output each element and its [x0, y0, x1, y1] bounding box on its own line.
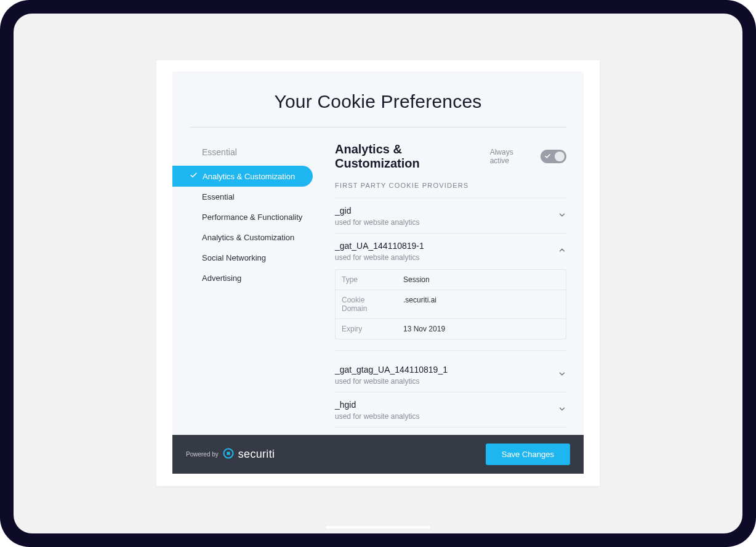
brand-logo-icon — [222, 447, 235, 462]
check-icon — [544, 151, 551, 162]
sidebar-item-performance-functionality[interactable]: Performance & Functionality — [172, 207, 319, 227]
divider — [335, 350, 566, 351]
toggle-knob — [555, 152, 565, 161]
cookie-toggle-row[interactable]: _hgid used for website analytics — [335, 400, 566, 421]
detail-key: Cookie Domain — [336, 290, 397, 318]
section-label: FIRST PARTY COOKIE PROVIDERS — [335, 182, 566, 198]
cookie-toggle-row[interactable]: _gat_UA_144110819-1 used for website ana… — [335, 241, 566, 262]
sidebar-heading: Essential — [172, 142, 319, 166]
detail-value: Session — [397, 270, 566, 290]
cookie-item: _hgid used for website analytics — [335, 392, 566, 427]
page-title: Your Cookie Preferences — [172, 71, 584, 127]
always-active-wrap: Always active — [490, 148, 566, 165]
brand: securiti — [222, 447, 275, 462]
chevron-down-icon — [558, 405, 566, 416]
chevron-down-icon — [558, 370, 566, 381]
cookie-description: used for website analytics — [335, 410, 419, 421]
sidebar-item-label: Essential — [202, 192, 235, 201]
detail-row: Cookie Domain .securiti.ai — [336, 290, 566, 319]
tablet-frame: Your Cookie Preferences Essential Analyt… — [0, 0, 756, 547]
cookie-detail-table: Type Session Cookie Domain .securiti.ai … — [335, 269, 566, 339]
detail-value: .securiti.ai — [397, 290, 566, 318]
cookie-item: _gid used for website analytics — [335, 198, 566, 233]
sidebar-item-social-networking[interactable]: Social Networking — [172, 248, 319, 268]
sidebar-item-advertising[interactable]: Advertising — [172, 268, 319, 288]
sidebar-item-analytics-customization-2[interactable]: Analytics & Customization — [172, 227, 319, 248]
sidebar-item-label: Analytics & Customization — [202, 233, 294, 242]
detail-value: 13 Nov 2019 — [397, 319, 566, 339]
chevron-down-icon — [558, 211, 566, 222]
cookie-description: used for website analytics — [335, 375, 448, 386]
cookie-toggle-row[interactable]: _gat_gtag_UA_144110819_1 used for websit… — [335, 365, 566, 386]
cookie-description: used for website analytics — [335, 251, 424, 262]
tablet-screen: Your Cookie Preferences Essential Analyt… — [14, 14, 742, 533]
cookie-name: _gat_gtag_UA_144110819_1 — [335, 365, 448, 375]
detail-key: Type — [336, 270, 397, 290]
cookie-item: _gat_UA_144110819-1 used for website ana… — [335, 233, 566, 357]
panel-footer: Powered by securiti Save Changes — [172, 435, 584, 474]
check-icon — [190, 171, 198, 181]
cookie-item: _gat_gtag_UA_144110819_1 used for websit… — [335, 357, 566, 392]
cookie-name: _gat_UA_144110819-1 — [335, 241, 424, 251]
sidebar-item-label: Performance & Functionality — [202, 213, 302, 222]
sidebar-item-label: Analytics & Customization — [203, 172, 295, 181]
detail-row: Expiry 13 Nov 2019 — [336, 319, 566, 339]
powered-by-label: Powered by — [186, 451, 219, 458]
svg-rect-1 — [227, 452, 230, 455]
panel-body: Essential Analytics & Customization Esse… — [172, 128, 584, 427]
divider — [335, 427, 566, 427]
detail-row: Type Session — [336, 270, 566, 290]
detail-key: Expiry — [336, 319, 397, 339]
save-changes-button[interactable]: Save Changes — [486, 444, 570, 465]
brand-name: securiti — [238, 448, 275, 461]
sidebar-item-essential[interactable]: Essential — [172, 187, 319, 207]
sidebar-item-label: Advertising — [202, 274, 241, 283]
content-title: Analytics & Customization — [335, 142, 490, 171]
spacer — [156, 474, 600, 486]
content-header: Analytics & Customization Always active — [335, 142, 566, 182]
cookie-toggle-row[interactable]: _gid used for website analytics — [335, 206, 566, 227]
category-sidebar: Essential Analytics & Customization Esse… — [172, 142, 319, 427]
sidebar-item-analytics-customization[interactable]: Analytics & Customization — [172, 166, 313, 187]
cookie-name: _hgid — [335, 400, 419, 410]
cookie-description: used for website analytics — [335, 216, 419, 227]
home-indicator — [326, 526, 430, 529]
chevron-up-icon — [558, 246, 566, 257]
cookie-preferences-panel: Your Cookie Preferences Essential Analyt… — [156, 60, 600, 486]
content-area: Analytics & Customization Always active — [319, 142, 566, 427]
powered-by: Powered by securiti — [186, 447, 275, 462]
panel-inner: Your Cookie Preferences Essential Analyt… — [172, 71, 584, 435]
always-active-toggle[interactable] — [541, 150, 566, 163]
always-active-label: Always active — [490, 148, 535, 165]
cookie-name: _gid — [335, 206, 419, 216]
sidebar-item-label: Social Networking — [202, 253, 266, 262]
